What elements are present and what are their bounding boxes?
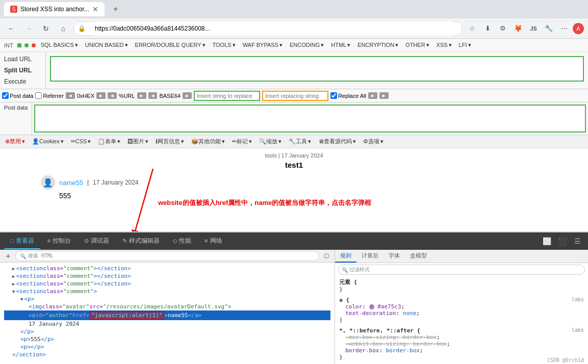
url-right-arrow[interactable]: ► bbox=[137, 92, 146, 99]
triangle-4[interactable]: ▼ bbox=[12, 289, 15, 294]
triangle-2[interactable]: ▶ bbox=[12, 274, 15, 279]
html-line-11[interactable]: <p></p> bbox=[4, 343, 330, 351]
home-button[interactable]: ⌂ bbox=[56, 21, 70, 36]
base64-right-arrow[interactable]: ► bbox=[183, 92, 192, 99]
tab-close-button[interactable]: ✕ bbox=[92, 5, 98, 13]
cookies-btn[interactable]: 👤Cookies bbox=[29, 137, 67, 146]
info-btn[interactable]: ℹ网页信息 bbox=[152, 137, 187, 146]
lfi-btn[interactable]: LFI bbox=[456, 41, 474, 49]
html-btn[interactable]: HTML bbox=[328, 41, 353, 49]
devtools-tab-style-editor[interactable]: ✎ 样式编辑器 bbox=[116, 233, 166, 249]
union-based-btn[interactable]: UNION BASED bbox=[82, 41, 131, 49]
triangle-5[interactable]: ▼ bbox=[20, 297, 23, 302]
html-line-8[interactable]: 17 January 2024 bbox=[4, 320, 330, 328]
table-btn[interactable]: 📋表单 bbox=[95, 137, 123, 146]
address-input[interactable] bbox=[89, 21, 458, 36]
devtools-tab-performance[interactable]: ◇ 性能 bbox=[167, 233, 197, 249]
tag-2: <section bbox=[16, 273, 43, 279]
html-line-2[interactable]: ▶ <section class="comment"></section> bbox=[4, 272, 330, 280]
view-source-btn[interactable]: 🖥查看源代码 bbox=[315, 137, 359, 146]
styles-tab-fonts[interactable]: 字体 bbox=[384, 250, 405, 263]
tools-btn[interactable]: TOOLS bbox=[210, 41, 239, 49]
styles-tab-rules[interactable]: 规则 bbox=[335, 250, 356, 263]
styles-tab-boxmodel[interactable]: 盒模型 bbox=[405, 250, 432, 263]
styles-search[interactable]: 🔍 过滤样式 bbox=[338, 265, 585, 275]
html-line-12[interactable]: </section> bbox=[4, 351, 330, 358]
html-line-7[interactable]: <a id="author" href="javascript:alert(1)… bbox=[4, 310, 330, 320]
addon-icon[interactable]: 🔧 bbox=[542, 22, 555, 35]
insert-replacing-input[interactable] bbox=[262, 91, 328, 101]
browser-tab[interactable]: S Stored XSS into anchor... ✕ bbox=[4, 2, 105, 16]
encryption-btn[interactable]: ENCRYPTION bbox=[354, 41, 401, 49]
execute-item[interactable]: Execute bbox=[0, 76, 45, 87]
post-data-checkbox-label[interactable]: Post data bbox=[2, 92, 33, 99]
replace-all-checkbox-label[interactable]: Replace All bbox=[330, 92, 366, 99]
sql-basics-btn[interactable]: SQL BASICS bbox=[38, 41, 81, 49]
mark-btn[interactable]: ✏标记 bbox=[229, 137, 255, 146]
devtools-tab-network[interactable]: ≡ 网络 bbox=[198, 233, 228, 249]
author-link[interactable]: name55 bbox=[59, 179, 83, 187]
hex-right-arrow[interactable]: ► bbox=[96, 92, 106, 99]
html-line-4[interactable]: ▼ <section class="comment"> bbox=[4, 288, 330, 295]
comment-author: 👤 name55 | 17 January 2024 bbox=[41, 175, 547, 190]
options2-btn[interactable]: ⚙选项 bbox=[360, 137, 387, 146]
html-add-btn[interactable]: + bbox=[3, 251, 13, 261]
new-tab-button[interactable]: + bbox=[109, 2, 123, 16]
attr-val-7-href-highlighted: "javascript:alert(1)" bbox=[89, 311, 164, 320]
tag-4: <section bbox=[16, 288, 43, 295]
zoom-btn[interactable]: 🔍缩放 bbox=[256, 137, 285, 146]
css-btn[interactable]: ✏CSS bbox=[68, 137, 94, 146]
download-icon[interactable]: ⬇ bbox=[481, 22, 494, 35]
html-line-6[interactable]: <img class="avatar" src="/resources/imag… bbox=[4, 303, 330, 310]
html-line-5[interactable]: ▼ <p> bbox=[4, 295, 330, 303]
js-icon[interactable]: JS bbox=[527, 22, 540, 35]
settings-icon[interactable]: ⚙ bbox=[496, 22, 509, 35]
tab-favicon: S bbox=[10, 6, 17, 13]
html-line-10[interactable]: <p>555</p> bbox=[4, 335, 330, 343]
html-line-1[interactable]: ▶ <section class="comment"></section> bbox=[4, 265, 330, 272]
styles-tab-computed[interactable]: 计算后 bbox=[356, 250, 384, 263]
reload-button[interactable]: ↻ bbox=[39, 21, 53, 36]
insert-replace-input[interactable] bbox=[194, 91, 260, 101]
bookmark-icon[interactable]: ☆ bbox=[466, 22, 479, 35]
encoding-btn[interactable]: ENCODING bbox=[287, 41, 327, 49]
devtools-close-btn[interactable]: ☰ bbox=[571, 235, 584, 248]
other-tools-btn[interactable]: 📦其他功能 bbox=[188, 137, 228, 146]
back-button[interactable]: ← bbox=[4, 21, 18, 36]
devtools-tab-debugger[interactable]: ⊙ 调试器 bbox=[78, 233, 115, 249]
devtools-dock-btn[interactable]: ⬛ bbox=[555, 235, 569, 248]
replace-right-arrow[interactable]: ► bbox=[368, 92, 377, 99]
tools2-btn[interactable]: 🔧工具 bbox=[286, 137, 314, 146]
disable-btn[interactable]: ⊗禁用 bbox=[2, 137, 28, 146]
devtools-split-btn[interactable]: ⬜ bbox=[540, 235, 553, 248]
triangle-1[interactable]: ▶ bbox=[12, 266, 15, 271]
user-avatar[interactable]: A bbox=[573, 23, 584, 34]
devtools-tab-console[interactable]: ≡ 控制台 bbox=[41, 233, 77, 249]
load-url-item[interactable]: Load URL bbox=[0, 54, 45, 64]
xss-btn[interactable]: XSS bbox=[433, 41, 455, 49]
hex-left-arrow[interactable]: ◄ bbox=[66, 92, 75, 99]
expand-btn[interactable]: ⬡ bbox=[321, 251, 331, 261]
triangle-3[interactable]: ▶ bbox=[12, 281, 15, 287]
post-data-checkbox[interactable] bbox=[2, 92, 9, 99]
replace-all-checkbox[interactable] bbox=[330, 92, 337, 99]
forward-button[interactable]: → bbox=[21, 21, 36, 36]
referrer-checkbox[interactable] bbox=[35, 92, 42, 99]
overflow-icon[interactable]: ⋯ bbox=[557, 22, 571, 35]
other-btn[interactable]: OTHER bbox=[402, 41, 432, 49]
referrer-checkbox-label[interactable]: Referrer bbox=[35, 92, 63, 99]
waf-bypass-btn[interactable]: WAF BYPASS bbox=[240, 41, 286, 49]
extension-icon[interactable]: 🦊 bbox=[512, 22, 525, 35]
devtools-tab-inspector[interactable]: □ 查看器 bbox=[4, 233, 40, 249]
split-url-item[interactable]: Split URL bbox=[0, 65, 45, 75]
html-line-3[interactable]: ▶ <section class="comment"></section> bbox=[4, 280, 330, 288]
error-double-query-btn[interactable]: ERROR/DOUBLE QUERY bbox=[132, 41, 209, 49]
url-input-box[interactable] bbox=[50, 56, 584, 82]
image-btn[interactable]: 🖼图片 bbox=[124, 137, 151, 146]
base64-left-arrow[interactable]: ◄ bbox=[148, 92, 158, 99]
html-line-9[interactable]: </p> bbox=[4, 328, 330, 335]
replace-right-arrow2[interactable]: ► bbox=[379, 92, 389, 99]
post-data-input[interactable] bbox=[34, 105, 586, 133]
url-left-arrow[interactable]: ◄ bbox=[108, 92, 117, 99]
search-html-box[interactable]: 🔍 搜索 HTML bbox=[15, 251, 319, 261]
